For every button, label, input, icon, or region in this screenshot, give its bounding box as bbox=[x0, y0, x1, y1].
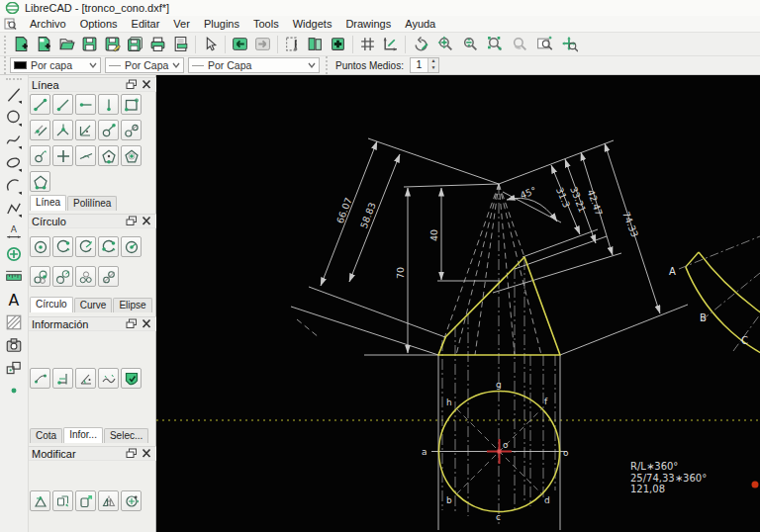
spline-icon[interactable] bbox=[2, 129, 26, 151]
tab-informacion[interactable]: Infor... bbox=[63, 427, 103, 443]
print-preview-icon[interactable] bbox=[169, 35, 192, 54]
circle-center-radius-icon[interactable] bbox=[121, 236, 142, 257]
rectangle-icon[interactable] bbox=[121, 94, 142, 115]
menu-ayuda[interactable]: Ayuda bbox=[398, 17, 442, 32]
zoom-previous-icon[interactable] bbox=[508, 35, 532, 54]
float-dock-icon[interactable] bbox=[126, 448, 138, 459]
modify-circle-icon[interactable] bbox=[2, 242, 26, 265]
circle-tangent-line-point-icon[interactable] bbox=[98, 266, 119, 287]
modify-rotate-icon[interactable] bbox=[121, 490, 142, 511]
circle-tangent-two-radius-icon[interactable] bbox=[52, 266, 73, 287]
blocks-icon[interactable] bbox=[2, 356, 26, 379]
circle-center-point-icon[interactable] bbox=[30, 236, 50, 257]
menu-plugins[interactable]: Plugins bbox=[197, 17, 246, 32]
menu-editar[interactable]: Editar bbox=[125, 17, 167, 32]
modify-scale-icon[interactable] bbox=[75, 490, 96, 511]
float-dock-icon[interactable] bbox=[126, 79, 138, 90]
dimension-icon[interactable]: A bbox=[2, 220, 26, 242]
zoom-auto-icon[interactable] bbox=[483, 35, 508, 54]
midpoints-spinbox[interactable]: 1 ▲▼ bbox=[410, 57, 439, 73]
circle-icon[interactable] bbox=[2, 106, 26, 129]
toolbar-handle[interactable] bbox=[6, 78, 22, 80]
circle-three-points-icon[interactable] bbox=[98, 236, 119, 257]
point-icon[interactable] bbox=[2, 379, 26, 401]
polygon-center-vertex-icon[interactable] bbox=[121, 145, 142, 166]
zoom-in-icon[interactable] bbox=[433, 35, 458, 54]
paste-icon[interactable] bbox=[281, 35, 304, 54]
menu-ver[interactable]: Ver bbox=[166, 17, 197, 32]
line-horizontal-icon[interactable] bbox=[75, 94, 96, 115]
menu-options[interactable]: Options bbox=[73, 17, 125, 32]
toolbar-handle[interactable] bbox=[4, 56, 8, 74]
undo-icon[interactable] bbox=[229, 35, 251, 54]
close-dock-icon[interactable] bbox=[141, 79, 152, 90]
float-dock-icon[interactable] bbox=[126, 318, 138, 329]
color-select[interactable]: Por capa bbox=[10, 57, 101, 73]
print-icon[interactable] bbox=[146, 35, 169, 54]
circle-tangent-three-icon[interactable] bbox=[75, 266, 96, 287]
line-bisector-icon[interactable] bbox=[52, 120, 73, 140]
line-tangent-point-icon[interactable] bbox=[98, 120, 119, 140]
redo-icon[interactable] bbox=[251, 35, 274, 54]
zoom-pan-icon[interactable] bbox=[557, 35, 582, 54]
select-pointer-icon[interactable] bbox=[199, 35, 222, 54]
info-polyline-length-icon[interactable] bbox=[98, 368, 119, 389]
close-dock-icon[interactable] bbox=[141, 318, 152, 329]
circle-two-points-icon[interactable] bbox=[52, 236, 73, 257]
save-as-icon[interactable] bbox=[101, 35, 124, 54]
line-orthogonal-tangent-icon[interactable] bbox=[30, 145, 50, 166]
zoom-window-icon[interactable] bbox=[532, 35, 557, 54]
tab-seleccionar[interactable]: Selec... bbox=[104, 428, 148, 443]
circle-tangent-two-point-icon[interactable] bbox=[30, 266, 50, 287]
line-cross-icon[interactable] bbox=[52, 145, 73, 166]
polyline-icon[interactable] bbox=[2, 197, 26, 220]
tab-linea[interactable]: Línea bbox=[30, 195, 66, 211]
line-width-select[interactable]: Por Capa bbox=[105, 57, 184, 73]
save-icon[interactable] bbox=[78, 35, 101, 54]
zoom-redraw-icon[interactable] bbox=[409, 35, 433, 54]
tab-polilinea[interactable]: Polilínea bbox=[67, 196, 117, 211]
arc-icon[interactable] bbox=[2, 174, 26, 197]
line-icon[interactable] bbox=[2, 83, 26, 106]
spin-down-icon[interactable]: ▼ bbox=[428, 65, 438, 72]
menu-widgets[interactable]: Widgets bbox=[286, 17, 339, 32]
save-all-icon[interactable] bbox=[124, 35, 146, 54]
modify-move-icon[interactable] bbox=[30, 490, 50, 511]
add-block-icon[interactable] bbox=[327, 35, 349, 54]
info-angle-icon[interactable] bbox=[75, 368, 96, 389]
line-relative-angle-icon[interactable] bbox=[75, 120, 96, 140]
menu-drawings[interactable]: Drawings bbox=[338, 17, 398, 32]
tab-curve[interactable]: Curve bbox=[74, 298, 113, 312]
polygon-two-vertices-icon[interactable] bbox=[30, 171, 50, 192]
info-distance-entity-point-icon[interactable] bbox=[52, 368, 73, 389]
tab-cota[interactable]: Cota bbox=[30, 428, 62, 443]
line-free-icon[interactable] bbox=[75, 145, 96, 166]
image-icon[interactable] bbox=[2, 333, 26, 356]
info-distance-point-point-icon[interactable] bbox=[30, 368, 50, 389]
line-parallel-icon[interactable] bbox=[30, 120, 50, 140]
line-type-select[interactable]: Por Capa bbox=[188, 57, 320, 73]
document-search-icon[interactable]: a bbox=[4, 18, 17, 30]
modify-mirror-icon[interactable] bbox=[98, 490, 119, 511]
info-selection-icon[interactable] bbox=[121, 368, 142, 389]
polygon-center-point-icon[interactable] bbox=[98, 145, 119, 166]
menu-tools[interactable]: Tools bbox=[246, 17, 286, 32]
float-dock-icon[interactable] bbox=[126, 216, 138, 226]
tab-elipse[interactable]: Elipse bbox=[113, 298, 151, 312]
close-dock-icon[interactable] bbox=[141, 216, 152, 226]
measure-icon[interactable] bbox=[2, 265, 26, 288]
tab-circulo[interactable]: Círculo bbox=[30, 297, 73, 312]
line-tangent-two-circles-icon[interactable] bbox=[121, 120, 142, 140]
text-icon[interactable]: A bbox=[2, 288, 26, 310]
close-dock-icon[interactable] bbox=[141, 448, 152, 459]
ellipse-icon[interactable] bbox=[2, 151, 26, 174]
toolbar-handle[interactable] bbox=[326, 56, 330, 74]
circle-two-points-radius-icon[interactable] bbox=[75, 236, 96, 257]
zoom-out-icon[interactable] bbox=[458, 35, 483, 54]
new-document-icon[interactable] bbox=[10, 35, 33, 54]
modify-copy-icon[interactable] bbox=[52, 490, 73, 511]
new-from-template-icon[interactable] bbox=[33, 35, 55, 54]
line-two-points-icon[interactable] bbox=[30, 94, 50, 115]
line-angle-icon[interactable] bbox=[52, 94, 73, 115]
menu-archivo[interactable]: Archivo bbox=[23, 17, 73, 32]
